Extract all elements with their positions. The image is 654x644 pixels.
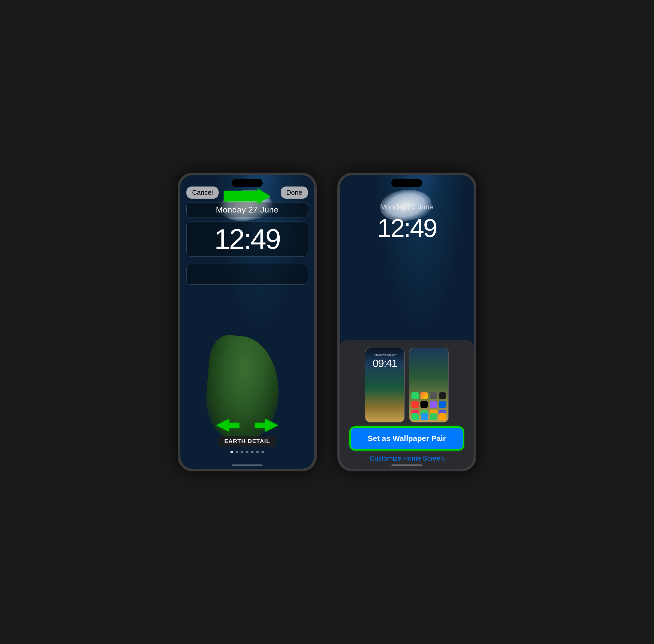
app-icon-settings — [439, 392, 446, 399]
svg-marker-0 — [224, 188, 270, 204]
dot-3 — [241, 451, 243, 453]
right-arrow-indicator — [224, 188, 270, 205]
dock-mail — [430, 413, 437, 420]
app-icon-appletv — [420, 401, 428, 408]
empty-widget-slot — [186, 264, 308, 285]
mini-home-screen-preview[interactable] — [409, 348, 449, 422]
dock-phone — [421, 413, 428, 420]
mini-lock-time: 09:41 — [365, 357, 404, 370]
done-button[interactable]: Done — [281, 186, 308, 199]
home-indicator-1 — [232, 464, 263, 466]
app-icon-camera — [430, 392, 437, 399]
swipe-arrows — [216, 419, 278, 432]
dot-7 — [261, 451, 264, 453]
home-indicator-2 — [391, 464, 422, 466]
page-dots — [230, 451, 264, 453]
dynamic-island-2 — [391, 179, 422, 187]
right-swipe-arrow — [255, 419, 278, 432]
time-widget[interactable]: 12:49 — [186, 222, 308, 257]
wallpaper-panel: Tuesday 9 January 09:41 — [340, 340, 474, 469]
phone2-date: Monday 27 June — [340, 203, 474, 211]
dynamic-island-1 — [232, 179, 263, 187]
customize-home-link[interactable]: Customize Home Screen — [370, 454, 444, 462]
phone-2: Monday 27 June 12:49 Tuesday 9 January 0… — [337, 172, 476, 472]
dot-1 — [230, 451, 233, 453]
mini-lock-date: Tuesday 9 January — [365, 353, 404, 356]
dock-music — [439, 413, 446, 420]
dot-6 — [256, 451, 259, 453]
mini-lock-screen-preview[interactable]: Tuesday 9 January 09:41 — [365, 348, 405, 422]
dock-messages — [412, 413, 419, 420]
svg-marker-1 — [216, 419, 239, 432]
svg-marker-2 — [255, 419, 278, 432]
preview-row: Tuesday 9 January 09:41 — [365, 348, 449, 422]
app-icon-news — [412, 401, 419, 408]
phone2-screen: Monday 27 June 12:49 Tuesday 9 January 0… — [340, 175, 474, 469]
set-wallpaper-button[interactable]: Set as Wallpaper Pair — [350, 427, 464, 450]
mini-dock — [412, 413, 446, 420]
app-icon-appstore — [439, 401, 446, 408]
left-swipe-arrow — [216, 419, 239, 432]
app-icon-messages — [412, 392, 419, 399]
phone-1: Cancel Done Monday 27 June 12:49 — [178, 172, 317, 472]
dot-5 — [251, 451, 254, 453]
app-icon-photos — [420, 392, 428, 399]
cancel-button[interactable]: Cancel — [186, 186, 218, 199]
bottom-controls: EARTH DETAIL — [180, 419, 314, 453]
date-display: Monday 27 June — [216, 205, 279, 214]
phone2-time: 12:49 — [340, 213, 474, 243]
dot-2 — [236, 451, 238, 453]
time-display: 12:49 — [214, 223, 280, 255]
earth-detail-label: EARTH DETAIL — [218, 436, 276, 447]
phone1-screen: Cancel Done Monday 27 June 12:49 — [180, 175, 314, 469]
app-icon-podcasts — [430, 401, 437, 408]
dot-4 — [246, 451, 249, 453]
